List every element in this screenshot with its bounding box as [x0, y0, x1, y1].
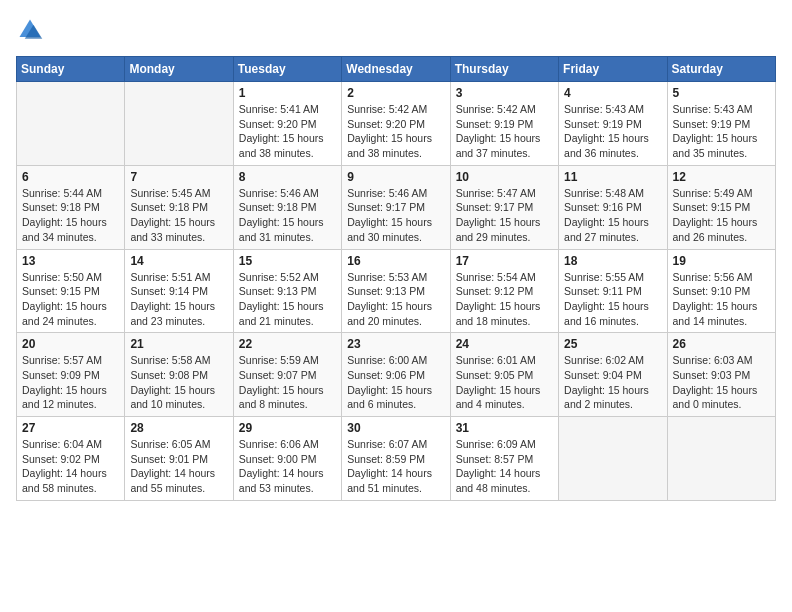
day-info: Sunrise: 5:49 AM Sunset: 9:15 PM Dayligh… — [673, 186, 770, 245]
calendar-cell — [125, 82, 233, 166]
logo-icon — [16, 16, 44, 44]
calendar-cell: 9Sunrise: 5:46 AM Sunset: 9:17 PM Daylig… — [342, 165, 450, 249]
calendar-week-row: 20Sunrise: 5:57 AM Sunset: 9:09 PM Dayli… — [17, 333, 776, 417]
day-info: Sunrise: 5:51 AM Sunset: 9:14 PM Dayligh… — [130, 270, 227, 329]
day-number: 21 — [130, 337, 227, 351]
calendar-cell: 23Sunrise: 6:00 AM Sunset: 9:06 PM Dayli… — [342, 333, 450, 417]
weekday-header: Saturday — [667, 57, 775, 82]
calendar-cell: 24Sunrise: 6:01 AM Sunset: 9:05 PM Dayli… — [450, 333, 558, 417]
day-number: 27 — [22, 421, 119, 435]
day-number: 13 — [22, 254, 119, 268]
calendar-week-row: 6Sunrise: 5:44 AM Sunset: 9:18 PM Daylig… — [17, 165, 776, 249]
calendar-cell: 28Sunrise: 6:05 AM Sunset: 9:01 PM Dayli… — [125, 417, 233, 501]
day-number: 25 — [564, 337, 661, 351]
day-number: 20 — [22, 337, 119, 351]
calendar-cell: 26Sunrise: 6:03 AM Sunset: 9:03 PM Dayli… — [667, 333, 775, 417]
calendar-cell: 19Sunrise: 5:56 AM Sunset: 9:10 PM Dayli… — [667, 249, 775, 333]
day-number: 16 — [347, 254, 444, 268]
day-info: Sunrise: 5:59 AM Sunset: 9:07 PM Dayligh… — [239, 353, 336, 412]
day-info: Sunrise: 5:46 AM Sunset: 9:17 PM Dayligh… — [347, 186, 444, 245]
calendar-cell — [17, 82, 125, 166]
day-number: 26 — [673, 337, 770, 351]
logo — [16, 16, 48, 44]
calendar-cell: 7Sunrise: 5:45 AM Sunset: 9:18 PM Daylig… — [125, 165, 233, 249]
calendar-cell — [667, 417, 775, 501]
day-number: 30 — [347, 421, 444, 435]
calendar-cell: 31Sunrise: 6:09 AM Sunset: 8:57 PM Dayli… — [450, 417, 558, 501]
day-number: 4 — [564, 86, 661, 100]
calendar-cell: 17Sunrise: 5:54 AM Sunset: 9:12 PM Dayli… — [450, 249, 558, 333]
weekday-header: Sunday — [17, 57, 125, 82]
day-info: Sunrise: 6:00 AM Sunset: 9:06 PM Dayligh… — [347, 353, 444, 412]
calendar-cell: 22Sunrise: 5:59 AM Sunset: 9:07 PM Dayli… — [233, 333, 341, 417]
day-number: 14 — [130, 254, 227, 268]
day-info: Sunrise: 5:58 AM Sunset: 9:08 PM Dayligh… — [130, 353, 227, 412]
day-info: Sunrise: 5:48 AM Sunset: 9:16 PM Dayligh… — [564, 186, 661, 245]
day-number: 12 — [673, 170, 770, 184]
day-info: Sunrise: 5:53 AM Sunset: 9:13 PM Dayligh… — [347, 270, 444, 329]
day-info: Sunrise: 6:06 AM Sunset: 9:00 PM Dayligh… — [239, 437, 336, 496]
weekday-header: Tuesday — [233, 57, 341, 82]
day-info: Sunrise: 5:42 AM Sunset: 9:20 PM Dayligh… — [347, 102, 444, 161]
day-number: 10 — [456, 170, 553, 184]
day-number: 11 — [564, 170, 661, 184]
calendar-cell: 30Sunrise: 6:07 AM Sunset: 8:59 PM Dayli… — [342, 417, 450, 501]
day-number: 3 — [456, 86, 553, 100]
day-number: 22 — [239, 337, 336, 351]
calendar-cell: 29Sunrise: 6:06 AM Sunset: 9:00 PM Dayli… — [233, 417, 341, 501]
day-info: Sunrise: 6:03 AM Sunset: 9:03 PM Dayligh… — [673, 353, 770, 412]
day-info: Sunrise: 5:45 AM Sunset: 9:18 PM Dayligh… — [130, 186, 227, 245]
weekday-header: Thursday — [450, 57, 558, 82]
calendar-week-row: 13Sunrise: 5:50 AM Sunset: 9:15 PM Dayli… — [17, 249, 776, 333]
weekday-header: Wednesday — [342, 57, 450, 82]
calendar-cell: 6Sunrise: 5:44 AM Sunset: 9:18 PM Daylig… — [17, 165, 125, 249]
day-info: Sunrise: 5:43 AM Sunset: 9:19 PM Dayligh… — [564, 102, 661, 161]
day-info: Sunrise: 5:57 AM Sunset: 9:09 PM Dayligh… — [22, 353, 119, 412]
day-number: 23 — [347, 337, 444, 351]
day-info: Sunrise: 6:02 AM Sunset: 9:04 PM Dayligh… — [564, 353, 661, 412]
day-number: 1 — [239, 86, 336, 100]
calendar-cell: 21Sunrise: 5:58 AM Sunset: 9:08 PM Dayli… — [125, 333, 233, 417]
day-number: 31 — [456, 421, 553, 435]
calendar-cell: 18Sunrise: 5:55 AM Sunset: 9:11 PM Dayli… — [559, 249, 667, 333]
day-number: 24 — [456, 337, 553, 351]
calendar-cell: 16Sunrise: 5:53 AM Sunset: 9:13 PM Dayli… — [342, 249, 450, 333]
calendar-header: SundayMondayTuesdayWednesdayThursdayFrid… — [17, 57, 776, 82]
weekday-header: Friday — [559, 57, 667, 82]
day-info: Sunrise: 5:47 AM Sunset: 9:17 PM Dayligh… — [456, 186, 553, 245]
calendar-cell: 8Sunrise: 5:46 AM Sunset: 9:18 PM Daylig… — [233, 165, 341, 249]
calendar-cell: 13Sunrise: 5:50 AM Sunset: 9:15 PM Dayli… — [17, 249, 125, 333]
day-info: Sunrise: 5:54 AM Sunset: 9:12 PM Dayligh… — [456, 270, 553, 329]
calendar-cell: 27Sunrise: 6:04 AM Sunset: 9:02 PM Dayli… — [17, 417, 125, 501]
calendar-cell: 1Sunrise: 5:41 AM Sunset: 9:20 PM Daylig… — [233, 82, 341, 166]
calendar-cell: 14Sunrise: 5:51 AM Sunset: 9:14 PM Dayli… — [125, 249, 233, 333]
day-info: Sunrise: 6:05 AM Sunset: 9:01 PM Dayligh… — [130, 437, 227, 496]
day-number: 28 — [130, 421, 227, 435]
day-info: Sunrise: 5:41 AM Sunset: 9:20 PM Dayligh… — [239, 102, 336, 161]
day-number: 9 — [347, 170, 444, 184]
page-header — [16, 16, 776, 44]
calendar-cell: 20Sunrise: 5:57 AM Sunset: 9:09 PM Dayli… — [17, 333, 125, 417]
calendar-cell: 3Sunrise: 5:42 AM Sunset: 9:19 PM Daylig… — [450, 82, 558, 166]
weekday-header: Monday — [125, 57, 233, 82]
calendar-cell: 15Sunrise: 5:52 AM Sunset: 9:13 PM Dayli… — [233, 249, 341, 333]
day-info: Sunrise: 6:04 AM Sunset: 9:02 PM Dayligh… — [22, 437, 119, 496]
day-info: Sunrise: 5:46 AM Sunset: 9:18 PM Dayligh… — [239, 186, 336, 245]
day-number: 7 — [130, 170, 227, 184]
day-info: Sunrise: 5:52 AM Sunset: 9:13 PM Dayligh… — [239, 270, 336, 329]
day-info: Sunrise: 6:07 AM Sunset: 8:59 PM Dayligh… — [347, 437, 444, 496]
day-number: 17 — [456, 254, 553, 268]
day-number: 2 — [347, 86, 444, 100]
day-number: 8 — [239, 170, 336, 184]
day-number: 29 — [239, 421, 336, 435]
calendar-cell: 25Sunrise: 6:02 AM Sunset: 9:04 PM Dayli… — [559, 333, 667, 417]
calendar-cell: 4Sunrise: 5:43 AM Sunset: 9:19 PM Daylig… — [559, 82, 667, 166]
day-info: Sunrise: 5:42 AM Sunset: 9:19 PM Dayligh… — [456, 102, 553, 161]
day-number: 18 — [564, 254, 661, 268]
day-number: 15 — [239, 254, 336, 268]
day-info: Sunrise: 6:01 AM Sunset: 9:05 PM Dayligh… — [456, 353, 553, 412]
day-info: Sunrise: 6:09 AM Sunset: 8:57 PM Dayligh… — [456, 437, 553, 496]
day-number: 5 — [673, 86, 770, 100]
calendar-cell: 10Sunrise: 5:47 AM Sunset: 9:17 PM Dayli… — [450, 165, 558, 249]
calendar-cell: 2Sunrise: 5:42 AM Sunset: 9:20 PM Daylig… — [342, 82, 450, 166]
